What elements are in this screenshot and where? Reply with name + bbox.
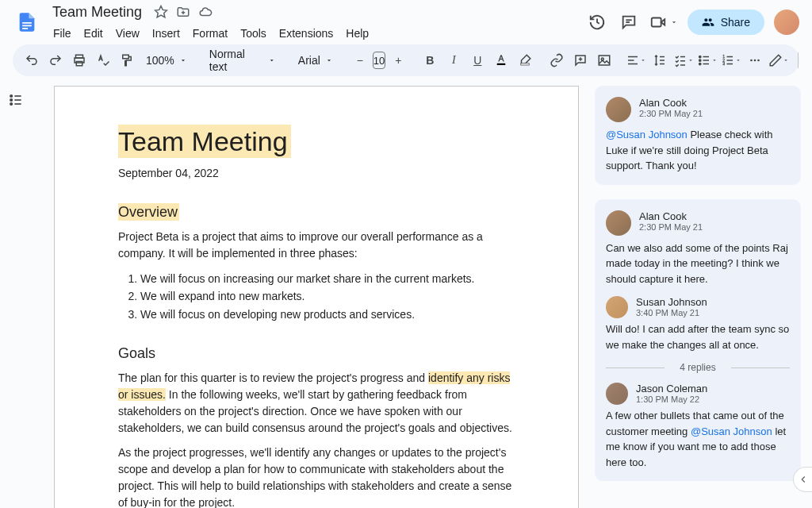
docs-logo[interactable]	[13, 8, 41, 37]
list-item: We will expand into new markets.	[140, 287, 515, 305]
overview-list: We will focus on increasing our market s…	[140, 270, 515, 323]
comment-card[interactable]: Alan Cook 2:30 PM May 21 Can we also add…	[595, 199, 801, 482]
svg-rect-12	[521, 64, 530, 65]
comment-body: Will do! I can add after the team sync s…	[606, 321, 790, 352]
goals-heading: Goals	[118, 345, 515, 362]
menu-view[interactable]: View	[110, 24, 145, 43]
redo-icon[interactable]	[44, 49, 67, 71]
paint-format-icon[interactable]	[116, 49, 138, 71]
title-area: Team Meeting File Edit View Insert Forma…	[48, 2, 586, 43]
collapse-toolbar-icon[interactable]	[806, 49, 812, 71]
checklist-button[interactable]	[672, 49, 695, 71]
goals-paragraph-2: As the project progresses, we'll identif…	[118, 444, 515, 508]
overview-paragraph: Project Beta is a project that aims to i…	[118, 229, 515, 262]
doc-heading-1: Team Meeting	[118, 125, 291, 158]
svg-point-38	[750, 60, 753, 62]
italic-button[interactable]: I	[442, 49, 465, 71]
add-comment-icon[interactable]	[569, 49, 592, 71]
svg-rect-15	[599, 56, 611, 65]
doc-date: September 04, 2022	[118, 165, 515, 182]
history-icon[interactable]	[586, 11, 608, 33]
menu-help[interactable]: Help	[340, 24, 374, 43]
print-icon[interactable]	[68, 49, 90, 71]
comments-icon[interactable]	[618, 11, 640, 33]
toolbar: 100% Normal text Arial − 10 + B I U 123	[13, 44, 799, 76]
meet-button[interactable]	[649, 13, 678, 31]
explore-button[interactable]	[793, 467, 812, 492]
insert-image-icon[interactable]	[593, 49, 615, 71]
comment-avatar	[606, 210, 631, 236]
menu-edit[interactable]: Edit	[79, 24, 109, 43]
svg-rect-11	[497, 64, 506, 65]
svg-rect-2	[22, 28, 28, 29]
comment-reply: Jason Coleman 1:30 PM May 22 A few other…	[606, 383, 790, 470]
star-icon[interactable]	[153, 4, 169, 20]
menu-tools[interactable]: Tools	[235, 24, 272, 43]
comments-panel: Alan Cook 2:30 PM May 21 @Susan Johnson …	[579, 86, 812, 508]
outline-icon	[5, 89, 27, 111]
menu-file[interactable]: File	[48, 24, 77, 43]
comment-body: @Susan Johnson Please check with Luke if…	[606, 127, 790, 174]
menu-extensions[interactable]: Extensions	[274, 24, 339, 43]
svg-rect-6	[651, 18, 661, 27]
text-color-button[interactable]	[490, 49, 512, 71]
spellcheck-icon[interactable]	[92, 49, 114, 71]
bulleted-list-button[interactable]	[696, 49, 718, 71]
highlight-color-button[interactable]	[514, 49, 536, 71]
move-icon[interactable]	[175, 4, 191, 20]
svg-marker-3	[155, 6, 167, 17]
svg-point-26	[699, 56, 701, 57]
numbered-list-button[interactable]: 123	[720, 49, 742, 71]
menu-format[interactable]: Format	[187, 24, 233, 43]
comment-body: A few other bullets that came out of the…	[606, 408, 790, 470]
header: Team Meeting File Edit View Insert Forma…	[0, 0, 812, 38]
more-icon[interactable]	[744, 49, 766, 71]
more-replies[interactable]: 4 replies	[606, 362, 790, 373]
comment-time: 1:30 PM May 22	[636, 394, 707, 404]
comment-card[interactable]: Alan Cook 2:30 PM May 21 @Susan Johnson …	[595, 86, 801, 185]
align-button[interactable]	[625, 49, 647, 71]
svg-rect-1	[22, 25, 32, 27]
svg-rect-10	[123, 55, 129, 59]
bold-button[interactable]: B	[419, 49, 441, 71]
line-spacing-button[interactable]	[649, 49, 671, 71]
comment-author: Susan Johnson	[636, 296, 707, 308]
comment-author: Alan Cook	[639, 97, 703, 109]
doc-title[interactable]: Team Meeting	[48, 2, 147, 22]
svg-text:3: 3	[723, 61, 726, 66]
comment-time: 2:30 PM May 21	[639, 222, 703, 232]
undo-icon[interactable]	[21, 49, 43, 71]
share-label: Share	[721, 16, 750, 29]
comment-author: Jason Coleman	[636, 383, 707, 394]
zoom-select[interactable]: 100%	[140, 54, 193, 67]
list-item: We will focus on increasing our market s…	[140, 270, 515, 287]
svg-point-40	[757, 60, 760, 62]
svg-point-41	[10, 95, 12, 98]
user-avatar[interactable]	[774, 10, 799, 35]
svg-point-27	[699, 60, 701, 61]
comment-time: 3:40 PM May 21	[636, 308, 707, 318]
mention[interactable]: @Susan Johnson	[606, 129, 688, 140]
share-button[interactable]: Share	[688, 10, 764, 35]
outline-toggle[interactable]	[0, 86, 32, 508]
insert-link-icon[interactable]	[546, 49, 568, 71]
cloud-status-icon[interactable]	[197, 4, 213, 20]
editing-mode-button[interactable]	[768, 49, 790, 71]
svg-point-28	[699, 63, 701, 64]
svg-point-42	[10, 99, 12, 102]
comment-avatar	[606, 383, 628, 405]
comment-reply: Susan Johnson 3:40 PM May 21 Will do! I …	[606, 296, 790, 352]
list-item: We will focus on developing new products…	[140, 306, 515, 323]
comment-avatar	[606, 296, 628, 318]
font-size-increase[interactable]: +	[387, 49, 409, 71]
document-page[interactable]: Team Meeting September 04, 2022 Overview…	[54, 86, 579, 508]
font-select[interactable]: Arial	[292, 54, 339, 67]
font-size-decrease[interactable]: −	[349, 49, 371, 71]
font-size-input[interactable]: 10	[373, 52, 385, 69]
underline-button[interactable]: U	[466, 49, 488, 71]
menu-bar: File Edit View Insert Format Tools Exten…	[48, 24, 586, 43]
paragraph-style-select[interactable]: Normal text	[203, 48, 282, 73]
mention[interactable]: @Susan Johnson	[691, 425, 772, 437]
overview-heading: Overview	[118, 204, 515, 221]
menu-insert[interactable]: Insert	[147, 24, 186, 43]
